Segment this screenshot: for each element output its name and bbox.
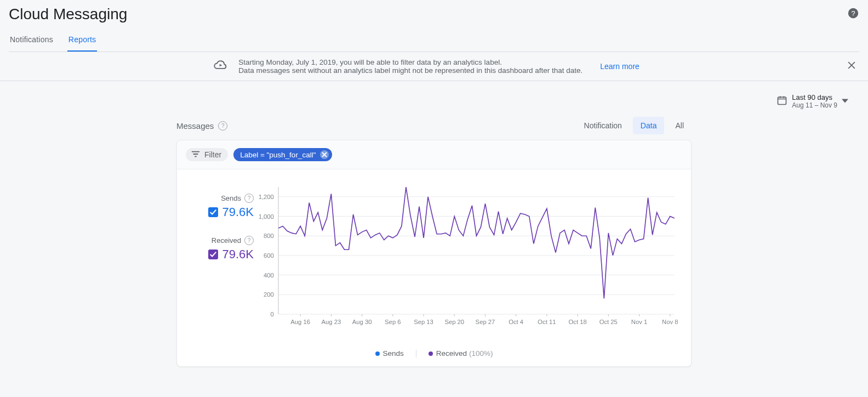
- learn-more-link[interactable]: Learn more: [600, 62, 639, 71]
- banner-line-1: Starting Monday, July 1, 2019, you will …: [238, 58, 583, 66]
- section-title: Messages ?: [176, 121, 227, 131]
- svg-text:400: 400: [264, 272, 274, 279]
- active-filter-chip: Label = "push_for_call": [233, 148, 332, 161]
- svg-text:Nov 1: Nov 1: [631, 319, 647, 325]
- svg-text:Oct 4: Oct 4: [509, 319, 523, 325]
- svg-text:600: 600: [264, 252, 274, 259]
- legend-received[interactable]: Received (100%): [429, 349, 493, 358]
- message-type-tabs: Notification Data All: [576, 117, 692, 134]
- svg-text:Sep 20: Sep 20: [444, 319, 464, 325]
- tab-all[interactable]: All: [667, 117, 692, 134]
- svg-text:0: 0: [271, 311, 274, 317]
- filter-icon: [191, 150, 200, 159]
- tab-notification[interactable]: Notification: [576, 117, 630, 134]
- legend-received-pct: (100%): [469, 349, 493, 358]
- calendar-icon: [776, 95, 787, 108]
- svg-text:1,000: 1,000: [259, 213, 274, 220]
- messages-card: Filter Label = "push_for_call" Sends ?: [176, 140, 692, 367]
- svg-text:Sep 6: Sep 6: [385, 319, 401, 325]
- close-icon[interactable]: [844, 58, 859, 75]
- help-icon[interactable]: ?: [244, 236, 254, 245]
- chart-legend: Sends Received (100%): [177, 346, 691, 366]
- banner-line-2: Data messages sent without an analytics …: [238, 66, 583, 75]
- metric-received-value: 79.6K: [222, 247, 254, 262]
- svg-text:Oct 25: Oct 25: [599, 319, 618, 325]
- received-checkbox[interactable]: [208, 249, 218, 259]
- svg-text:?: ?: [851, 9, 855, 18]
- info-banner: Starting Monday, July 1, 2019, you will …: [0, 52, 868, 81]
- svg-text:Aug 23: Aug 23: [322, 319, 341, 325]
- metric-sends-value: 79.6K: [222, 205, 254, 219]
- svg-text:Sep 13: Sep 13: [414, 319, 433, 325]
- help-icon[interactable]: ?: [847, 7, 859, 21]
- svg-text:Oct 18: Oct 18: [569, 319, 587, 325]
- filter-label: Filter: [204, 150, 221, 159]
- metric-sends: Sends ? 79.6K: [188, 194, 254, 219]
- sends-checkbox[interactable]: [208, 207, 218, 217]
- metric-received: Received ? 79.6K: [188, 236, 254, 262]
- svg-rect-2: [778, 97, 786, 104]
- help-icon[interactable]: ?: [218, 121, 227, 131]
- active-filter-text: Label = "push_for_call": [240, 151, 316, 159]
- svg-text:Aug 16: Aug 16: [290, 319, 310, 325]
- banner-text: Starting Monday, July 1, 2019, you will …: [238, 58, 583, 75]
- line-chart: 02004006008001,0001,200Aug 16Aug 23Aug 3…: [254, 183, 680, 336]
- primary-tabs: Notifications Reports: [9, 30, 859, 52]
- legend-sends-label: Sends: [383, 349, 404, 358]
- svg-text:800: 800: [264, 232, 274, 239]
- metric-sends-label: Sends: [221, 194, 241, 202]
- filter-button[interactable]: Filter: [186, 148, 228, 161]
- section-title-text: Messages: [176, 121, 214, 131]
- svg-text:Nov 8: Nov 8: [662, 319, 678, 325]
- tab-data[interactable]: Data: [633, 117, 665, 134]
- tab-reports[interactable]: Reports: [67, 30, 97, 52]
- date-range-picker[interactable]: Last 90 days Aug 11 – Nov 9: [776, 93, 848, 109]
- date-picker-range: Aug 11 – Nov 9: [792, 101, 837, 109]
- tab-notifications[interactable]: Notifications: [9, 30, 54, 52]
- metric-summary: Sends ? 79.6K Received ?: [188, 183, 254, 336]
- chevron-down-icon: [842, 97, 848, 106]
- svg-text:Aug 30: Aug 30: [352, 319, 372, 325]
- legend-received-label: Received: [436, 349, 467, 358]
- svg-text:1,200: 1,200: [259, 194, 274, 200]
- filter-bar: Filter Label = "push_for_call": [177, 140, 691, 169]
- legend-divider: [416, 350, 416, 358]
- page-title: Cloud Messaging: [9, 5, 127, 23]
- metric-received-label: Received: [212, 236, 241, 245]
- help-icon[interactable]: ?: [244, 194, 254, 203]
- date-picker-label: Last 90 days: [792, 93, 837, 101]
- remove-filter-icon[interactable]: [320, 150, 329, 159]
- svg-text:Oct 11: Oct 11: [538, 319, 556, 325]
- legend-sends[interactable]: Sends: [375, 349, 404, 358]
- svg-text:200: 200: [264, 291, 274, 298]
- cloud-send-icon: [213, 59, 229, 74]
- svg-text:Sep 27: Sep 27: [476, 319, 495, 325]
